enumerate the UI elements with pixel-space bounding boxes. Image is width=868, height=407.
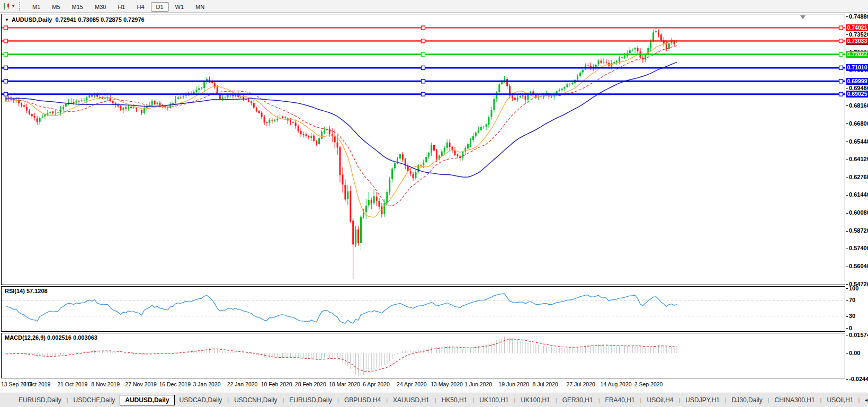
horizontal-line[interactable] xyxy=(2,39,845,43)
price-tick-label: 0.56040 xyxy=(849,263,868,270)
chart-tab-xauusd-h1[interactable]: XAUUSD,H1 xyxy=(388,395,434,405)
horizontal-line[interactable] xyxy=(2,92,845,96)
hline-price-label[interactable]: 0.72022 xyxy=(846,51,868,58)
chart-tab-eurusd-daily[interactable]: EURUSD,Daily xyxy=(284,395,337,405)
axis-tick xyxy=(846,123,848,124)
axis-tick xyxy=(846,195,848,196)
tab-separator: | xyxy=(337,397,339,403)
chart-tab-usdchf-daily[interactable]: USDCHF,Daily xyxy=(69,395,120,405)
top-toolbar: ▾ M1M5M15M30H1H4D1W1MN xyxy=(0,0,868,13)
chart-tab-uk100-h1[interactable]: UK100,H1 xyxy=(475,395,513,405)
timeframe-button-h4[interactable]: H4 xyxy=(131,2,149,12)
candlestick-chart-icon xyxy=(3,3,11,10)
axis-tick xyxy=(846,249,848,249)
price-tick-label: 0.65440 xyxy=(849,138,868,145)
rsi-indicator-label: RSI(14) 57.1208 xyxy=(5,288,48,294)
main-chart-panel xyxy=(1,14,845,285)
chart-tab-uk100-h1[interactable]: UK100,H1 xyxy=(516,395,554,405)
date-label: 16 Dec 2019 xyxy=(159,381,191,387)
axis-tick xyxy=(846,231,848,232)
chart-tab-bar: EURUSD,Daily|USDCHF,DailyAUDUSD,DailyUSD… xyxy=(0,393,868,407)
tab-separator: | xyxy=(768,397,769,403)
hline-price-label[interactable]: 0.73033 xyxy=(846,38,868,45)
toolbar-grip[interactable] xyxy=(19,2,21,11)
axis-tick xyxy=(846,178,848,178)
chart-tab-gbpusd-h4[interactable]: GBPUSD,H4 xyxy=(339,395,386,405)
timeframe-button-m15[interactable]: M15 xyxy=(67,2,88,12)
chart-tab-usdcnh-daily[interactable]: USDCNH,Daily xyxy=(229,395,282,405)
date-label: 24 Apr 2020 xyxy=(397,381,427,387)
date-label: 8 Nov 2019 xyxy=(91,381,120,387)
main-chart-canvas[interactable] xyxy=(2,14,845,285)
timeframe-button-m5[interactable]: M5 xyxy=(47,2,65,12)
timeframe-button-m1[interactable]: M1 xyxy=(27,2,46,12)
tab-separator: | xyxy=(282,397,284,403)
chart-tab-ger30-h1[interactable]: GER30,H1 xyxy=(558,395,598,405)
chart-tab-dj30-daily[interactable]: DJ30,Daily xyxy=(727,395,767,405)
chart-ohlc-values: 0.72941 0.73085 0.72875 0.72976 xyxy=(55,16,144,23)
chart-tab-usdjpy-h1[interactable]: USDJPY,H1 xyxy=(681,395,724,405)
chart-tab-usoil-h1[interactable]: USOil,H1 xyxy=(822,395,858,405)
date-label: 8 Jul 2020 xyxy=(532,381,558,387)
axis-tick xyxy=(846,213,848,214)
chart-tab-china300-h1[interactable]: CHINA300,H1 xyxy=(770,395,820,405)
collapse-arrow-icon[interactable]: ▼ xyxy=(5,17,9,22)
horizontal-line[interactable] xyxy=(2,79,845,83)
tab-separator: | xyxy=(858,397,860,403)
date-label: 21 Oct 2019 xyxy=(57,381,87,387)
tab-separator: | xyxy=(556,397,557,403)
date-label: 22 Jan 2020 xyxy=(227,381,258,387)
date-label: 28 Feb 2020 xyxy=(295,381,326,387)
chart-tab-fra40-h1[interactable]: FRA40,H1 xyxy=(601,395,640,405)
axis-tick xyxy=(846,88,848,89)
price-tick-label: 0.64120 xyxy=(849,156,868,163)
axis-tick xyxy=(846,160,848,160)
horizontal-line[interactable] xyxy=(2,66,845,69)
timeframe-button-mn[interactable]: MN xyxy=(190,2,210,12)
axis-tick xyxy=(846,316,848,317)
timeframe-buttons: M1M5M15M30H1H4D1W1MN xyxy=(26,2,210,11)
timeframe-button-d1[interactable]: D1 xyxy=(151,2,169,12)
date-label: 3 Jan 2020 xyxy=(193,381,221,387)
hline-price-label[interactable]: 0.69025 xyxy=(846,91,868,98)
hline-price-label[interactable]: 0.69999 xyxy=(846,78,868,85)
price-tick-label: 0.62760 xyxy=(849,174,868,181)
price-tick-label: 0 xyxy=(849,325,852,332)
tab-separator: | xyxy=(227,397,229,403)
timeframe-button-h1[interactable]: H1 xyxy=(112,2,130,12)
hline-price-label[interactable]: 0.71010 xyxy=(846,64,868,71)
axis-tick xyxy=(846,328,848,329)
axis-tick xyxy=(846,335,848,335)
date-label: 1 Jun 2020 xyxy=(464,381,492,387)
price-tick-label: 0.73520 xyxy=(849,31,868,38)
tab-scroll-left-icon[interactable]: ◄ xyxy=(864,397,868,403)
chart-tab-usdcad-daily[interactable]: USDCAD,Daily xyxy=(175,395,227,405)
timeframe-button-m30[interactable]: M30 xyxy=(90,2,111,12)
tab-separator: | xyxy=(67,397,68,403)
price-tick-label: 0.66800 xyxy=(849,120,868,127)
date-label: 14 Aug 2020 xyxy=(601,381,632,387)
timeframe-button-w1[interactable]: W1 xyxy=(170,2,190,12)
hline-price-label[interactable]: 0.74021 xyxy=(846,24,868,31)
chart-tool-button[interactable]: ▾ xyxy=(1,2,16,11)
chart-tab-usoil-h4[interactable]: USOil,H4 xyxy=(642,395,678,405)
chart-tab-eurusd-daily[interactable]: EURUSD,Daily xyxy=(14,395,66,405)
price-tick-label: 0.74880 xyxy=(849,13,868,20)
axis-tick xyxy=(846,379,848,380)
macd-canvas[interactable] xyxy=(2,333,845,378)
axis-tick xyxy=(846,300,848,301)
horizontal-line[interactable] xyxy=(2,26,845,30)
tab-separator: | xyxy=(678,397,680,403)
candles xyxy=(5,28,678,279)
price-tick-label: 70 xyxy=(849,297,855,304)
chevron-down-icon: ▾ xyxy=(12,4,14,8)
horizontal-line[interactable] xyxy=(2,52,845,56)
price-tick-label: 0.58720 xyxy=(849,227,868,234)
rsi-canvas[interactable] xyxy=(2,287,845,331)
chart-tab-hk50-h1[interactable]: HK50,H1 xyxy=(437,395,472,405)
axis-tick xyxy=(846,16,848,17)
chart-tab-audusd-daily[interactable]: AUDUSD,Daily xyxy=(120,395,174,405)
tab-separator: | xyxy=(820,397,822,403)
price-tick-label: -0.024412 xyxy=(849,376,868,383)
chart-shift-marker-icon[interactable] xyxy=(800,15,806,19)
